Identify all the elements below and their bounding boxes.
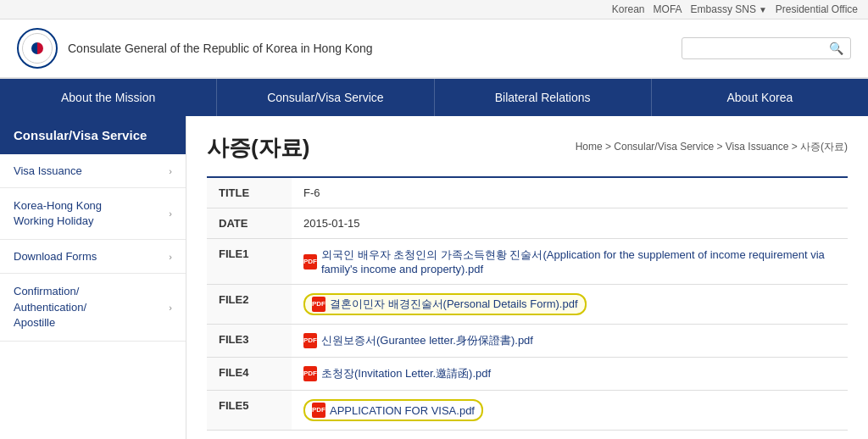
table-row-file3: FILE3 PDF 신원보증서(Gurantee letter.身份保證書).p…	[207, 325, 848, 358]
table-label: FILE3	[207, 325, 292, 358]
sidebar-item-label: Download Forms	[14, 250, 97, 263]
sidebar-item-label: Confirmation/Authentication/Apostille	[14, 284, 86, 331]
sidebar-item-label: Visa Issuance	[14, 164, 82, 177]
top-utility-bar: Korean MOFA Embassy SNS ▼ Presidential O…	[0, 0, 868, 19]
flag-center-icon	[31, 42, 43, 54]
file3-label: 신원보증서(Gurantee letter.身份保證書).pdf	[321, 333, 533, 348]
table-row: TITLE F-6	[207, 177, 848, 208]
sidebar-item-working-holiday[interactable]: Korea-Hong KongWorking Holiday ›	[0, 188, 186, 240]
sidebar-item-confirmation[interactable]: Confirmation/Authentication/Apostille ›	[0, 274, 186, 342]
file2-label: 결혼이민자 배경진술서(Personal Details Form).pdf	[330, 297, 578, 312]
file5-label: APPLICATION FOR VISA.pdf	[330, 404, 475, 417]
main-navigation: About the Mission Consular/Visa Service …	[0, 79, 868, 116]
page-layout: Consular/Visa Service Visa Issuance › Ko…	[0, 116, 868, 439]
table-value: F-6	[292, 177, 848, 208]
sidebar-item-download-forms[interactable]: Download Forms ›	[0, 240, 186, 274]
logo-area: Consulate General of the Republic of Kor…	[17, 28, 373, 69]
table-value-file5[interactable]: PDF APPLICATION FOR VISA.pdf	[292, 391, 848, 431]
topbar-mofa[interactable]: MOFA	[654, 3, 682, 15]
table-label: FILE2	[207, 285, 292, 325]
sidebar-item-label: Korea-Hong KongWorking Holiday	[14, 198, 102, 229]
site-header: Consulate General of the Republic of Kor…	[0, 19, 868, 79]
main-content: 사증(자료) Home > Consular/Visa Service > Vi…	[186, 116, 868, 439]
file2-link[interactable]: 결혼이민자 배경진술서(Personal Details Form).pdf	[330, 297, 578, 312]
file5-link[interactable]: APPLICATION FOR VISA.pdf	[330, 404, 475, 417]
topbar-embassy-sns[interactable]: Embassy SNS ▼	[691, 3, 767, 15]
chevron-right-icon: ›	[169, 208, 172, 219]
logo	[17, 28, 58, 69]
table-row: DATE 2015-01-15	[207, 208, 848, 239]
nav-about-korea[interactable]: About Korea	[652, 79, 868, 116]
search-icon[interactable]: 🔍	[829, 42, 843, 55]
site-title: Consulate General of the Republic of Kor…	[68, 42, 373, 55]
file1-link[interactable]: PDF 외국인 배우자 초청인의 가족소득현황 진술서(Application …	[303, 247, 836, 275]
table-value-file3[interactable]: PDF 신원보증서(Gurantee letter.身份保證書).pdf	[292, 325, 848, 358]
table-label: FILE4	[207, 358, 292, 391]
pdf-icon: PDF	[303, 366, 317, 381]
pdf-icon: PDF	[303, 333, 317, 348]
chevron-right-icon: ›	[169, 303, 172, 313]
pdf-icon: PDF	[312, 297, 326, 312]
table-value: 2015-01-15	[292, 208, 848, 239]
file1-label: 외국인 배우자 초청인의 가족소득현황 진술서(Application for …	[321, 247, 836, 275]
flag-emblem	[22, 33, 53, 64]
chevron-down-icon: ▼	[759, 5, 767, 14]
file2-highlight[interactable]: PDF 결혼이민자 배경진술서(Personal Details Form).p…	[303, 293, 587, 315]
nav-bilateral[interactable]: Bilateral Relations	[435, 79, 652, 116]
chevron-right-icon: ›	[169, 166, 172, 176]
topbar-presidential[interactable]: Presidential Office	[776, 3, 858, 15]
sidebar-item-visa-issuance[interactable]: Visa Issuance ›	[0, 154, 186, 188]
search-box[interactable]: 🔍	[682, 37, 851, 59]
table-row-file1: FILE1 PDF 외국인 배우자 초청인의 가족소득현황 진술서(Applic…	[207, 239, 848, 285]
nav-consular-visa[interactable]: Consular/Visa Service	[217, 79, 434, 116]
table-row-file4: FILE4 PDF 초청장(Invitation Letter.邀請函).pdf	[207, 358, 848, 391]
table-value-file2[interactable]: PDF 결혼이민자 배경진술서(Personal Details Form).p…	[292, 285, 848, 325]
table-row-file5: FILE5 PDF APPLICATION FOR VISA.pdf	[207, 391, 848, 431]
breadcrumb: Home > Consular/Visa Service > Visa Issu…	[576, 140, 848, 154]
search-input[interactable]	[689, 42, 824, 55]
file3-link[interactable]: PDF 신원보증서(Gurantee letter.身份保證書).pdf	[303, 333, 836, 348]
file4-link[interactable]: PDF 초청장(Invitation Letter.邀請函).pdf	[303, 366, 836, 381]
sidebar: Consular/Visa Service Visa Issuance › Ko…	[0, 116, 186, 439]
sidebar-heading: Consular/Visa Service	[0, 116, 186, 154]
table-label: FILE1	[207, 239, 292, 285]
page-title-row: 사증(자료) Home > Consular/Visa Service > Vi…	[207, 133, 848, 163]
table-value-file4[interactable]: PDF 초청장(Invitation Letter.邀請函).pdf	[292, 358, 848, 391]
nav-about-mission[interactable]: About the Mission	[0, 79, 217, 116]
file4-label: 초청장(Invitation Letter.邀請函).pdf	[321, 366, 491, 381]
table-label: FILE5	[207, 391, 292, 431]
file5-highlight[interactable]: PDF APPLICATION FOR VISA.pdf	[303, 399, 483, 421]
table-label: DATE	[207, 208, 292, 239]
table-label: TITLE	[207, 177, 292, 208]
chevron-right-icon: ›	[169, 252, 172, 262]
topbar-korean[interactable]: Korean	[612, 3, 645, 15]
table-row-file2: FILE2 PDF 결혼이민자 배경진술서(Personal Details F…	[207, 285, 848, 325]
page-title: 사증(자료)	[207, 133, 309, 163]
pdf-icon: PDF	[312, 403, 326, 418]
pdf-icon: PDF	[303, 254, 317, 270]
table-value-file1[interactable]: PDF 외국인 배우자 초청인의 가족소득현황 진술서(Application …	[292, 239, 848, 285]
content-table: TITLE F-6 DATE 2015-01-15 FILE1 PDF 외국인 …	[207, 176, 848, 431]
